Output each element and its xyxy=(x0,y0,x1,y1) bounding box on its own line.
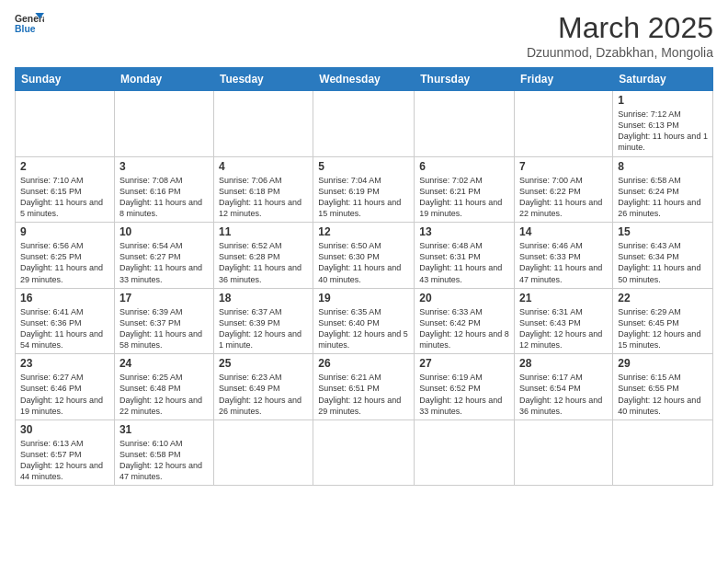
table-row: 15Sunrise: 6:43 AM Sunset: 6:34 PM Dayli… xyxy=(613,223,713,289)
table-row: 5Sunrise: 7:04 AM Sunset: 6:19 PM Daylig… xyxy=(313,156,415,223)
day-info: Sunrise: 6:23 AM Sunset: 6:49 PM Dayligh… xyxy=(219,372,308,417)
header-monday: Monday xyxy=(114,68,213,91)
day-info: Sunrise: 6:39 AM Sunset: 6:37 PM Dayligh… xyxy=(119,306,209,351)
day-info: Sunrise: 6:10 AM Sunset: 6:58 PM Dayligh… xyxy=(119,438,209,483)
table-row xyxy=(213,419,313,486)
table-row xyxy=(515,91,613,157)
day-number: 4 xyxy=(219,160,308,173)
table-row xyxy=(114,91,213,157)
table-row: 12Sunrise: 6:50 AM Sunset: 6:30 PM Dayli… xyxy=(313,223,415,289)
table-row: 22Sunrise: 6:29 AM Sunset: 6:45 PM Dayli… xyxy=(613,288,713,354)
day-info: Sunrise: 6:50 AM Sunset: 6:30 PM Dayligh… xyxy=(318,240,409,285)
table-row: 6Sunrise: 7:02 AM Sunset: 6:21 PM Daylig… xyxy=(415,156,515,223)
day-number: 9 xyxy=(20,225,109,238)
calendar-week-row: 16Sunrise: 6:41 AM Sunset: 6:36 PM Dayli… xyxy=(16,288,713,354)
day-number: 12 xyxy=(318,225,409,238)
table-row xyxy=(515,419,613,486)
header-sunday: Sunday xyxy=(16,68,115,91)
day-number: 22 xyxy=(618,292,708,304)
day-number: 27 xyxy=(419,357,509,370)
calendar-header-row: Sunday Monday Tuesday Wednesday Thursday… xyxy=(16,68,713,91)
day-number: 6 xyxy=(419,160,509,173)
generalblue-logo-icon: General Blue xyxy=(15,11,44,37)
table-row: 19Sunrise: 6:35 AM Sunset: 6:40 PM Dayli… xyxy=(313,288,415,354)
day-info: Sunrise: 6:25 AM Sunset: 6:48 PM Dayligh… xyxy=(119,372,209,417)
day-info: Sunrise: 6:21 AM Sunset: 6:51 PM Dayligh… xyxy=(318,372,409,417)
day-number: 21 xyxy=(519,292,608,304)
day-info: Sunrise: 7:00 AM Sunset: 6:22 PM Dayligh… xyxy=(519,175,608,220)
table-row: 17Sunrise: 6:39 AM Sunset: 6:37 PM Dayli… xyxy=(114,288,213,354)
subtitle: Dzuunmod, Dzabkhan, Mongolia xyxy=(527,45,713,60)
table-row: 30Sunrise: 6:13 AM Sunset: 6:57 PM Dayli… xyxy=(16,419,115,486)
day-info: Sunrise: 6:15 AM Sunset: 6:55 PM Dayligh… xyxy=(618,372,708,417)
day-info: Sunrise: 6:19 AM Sunset: 6:52 PM Dayligh… xyxy=(419,372,509,417)
table-row: 13Sunrise: 6:48 AM Sunset: 6:31 PM Dayli… xyxy=(415,223,515,289)
day-info: Sunrise: 6:27 AM Sunset: 6:46 PM Dayligh… xyxy=(20,372,109,417)
day-info: Sunrise: 6:17 AM Sunset: 6:54 PM Dayligh… xyxy=(519,372,608,417)
table-row: 4Sunrise: 7:06 AM Sunset: 6:18 PM Daylig… xyxy=(213,156,313,223)
table-row: 7Sunrise: 7:00 AM Sunset: 6:22 PM Daylig… xyxy=(515,156,613,223)
day-info: Sunrise: 7:12 AM Sunset: 6:13 PM Dayligh… xyxy=(618,109,708,154)
day-number: 28 xyxy=(519,357,608,370)
day-number: 17 xyxy=(119,292,209,304)
day-info: Sunrise: 7:06 AM Sunset: 6:18 PM Dayligh… xyxy=(219,175,308,220)
table-row xyxy=(213,91,313,157)
day-number: 25 xyxy=(219,357,308,370)
day-info: Sunrise: 6:48 AM Sunset: 6:31 PM Dayligh… xyxy=(419,240,509,285)
header-friday: Friday xyxy=(515,68,613,91)
header-thursday: Thursday xyxy=(415,68,515,91)
day-number: 30 xyxy=(20,423,109,436)
day-number: 8 xyxy=(618,160,708,173)
day-info: Sunrise: 6:52 AM Sunset: 6:28 PM Dayligh… xyxy=(219,240,308,285)
day-number: 7 xyxy=(519,160,608,173)
day-info: Sunrise: 6:33 AM Sunset: 6:42 PM Dayligh… xyxy=(419,306,509,351)
table-row: 1Sunrise: 7:12 AM Sunset: 6:13 PM Daylig… xyxy=(613,91,713,157)
table-row: 21Sunrise: 6:31 AM Sunset: 6:43 PM Dayli… xyxy=(515,288,613,354)
day-number: 13 xyxy=(419,225,509,238)
day-number: 24 xyxy=(119,357,209,370)
table-row xyxy=(415,91,515,157)
day-number: 10 xyxy=(119,225,209,238)
table-row: 8Sunrise: 6:58 AM Sunset: 6:24 PM Daylig… xyxy=(613,156,713,223)
header: General Blue March 2025 Dzuunmod, Dzabkh… xyxy=(15,11,713,60)
day-number: 2 xyxy=(20,160,109,173)
day-number: 26 xyxy=(318,357,409,370)
day-number: 1 xyxy=(618,94,708,107)
title-block: March 2025 Dzuunmod, Dzabkhan, Mongolia xyxy=(527,11,713,60)
table-row: 20Sunrise: 6:33 AM Sunset: 6:42 PM Dayli… xyxy=(415,288,515,354)
table-row: 11Sunrise: 6:52 AM Sunset: 6:28 PM Dayli… xyxy=(213,223,313,289)
table-row: 18Sunrise: 6:37 AM Sunset: 6:39 PM Dayli… xyxy=(213,288,313,354)
day-info: Sunrise: 7:02 AM Sunset: 6:21 PM Dayligh… xyxy=(419,175,509,220)
day-info: Sunrise: 6:29 AM Sunset: 6:45 PM Dayligh… xyxy=(618,306,708,351)
day-info: Sunrise: 7:10 AM Sunset: 6:15 PM Dayligh… xyxy=(20,175,109,220)
table-row: 27Sunrise: 6:19 AM Sunset: 6:52 PM Dayli… xyxy=(415,354,515,420)
day-info: Sunrise: 6:56 AM Sunset: 6:25 PM Dayligh… xyxy=(20,240,109,285)
calendar-week-row: 9Sunrise: 6:56 AM Sunset: 6:25 PM Daylig… xyxy=(16,223,713,289)
table-row: 16Sunrise: 6:41 AM Sunset: 6:36 PM Dayli… xyxy=(16,288,115,354)
main-title: March 2025 xyxy=(527,11,713,45)
table-row xyxy=(16,91,115,157)
day-info: Sunrise: 6:41 AM Sunset: 6:36 PM Dayligh… xyxy=(20,306,109,351)
day-info: Sunrise: 6:13 AM Sunset: 6:57 PM Dayligh… xyxy=(20,438,109,483)
header-tuesday: Tuesday xyxy=(213,68,313,91)
table-row: 23Sunrise: 6:27 AM Sunset: 6:46 PM Dayli… xyxy=(16,354,115,420)
day-number: 14 xyxy=(519,225,608,238)
calendar-table: Sunday Monday Tuesday Wednesday Thursday… xyxy=(15,67,713,486)
table-row: 14Sunrise: 6:46 AM Sunset: 6:33 PM Dayli… xyxy=(515,223,613,289)
table-row: 2Sunrise: 7:10 AM Sunset: 6:15 PM Daylig… xyxy=(16,156,115,223)
table-row: 25Sunrise: 6:23 AM Sunset: 6:49 PM Dayli… xyxy=(213,354,313,420)
day-number: 18 xyxy=(219,292,308,304)
day-info: Sunrise: 6:54 AM Sunset: 6:27 PM Dayligh… xyxy=(119,240,209,285)
header-wednesday: Wednesday xyxy=(313,68,415,91)
table-row: 10Sunrise: 6:54 AM Sunset: 6:27 PM Dayli… xyxy=(114,223,213,289)
calendar-week-row: 2Sunrise: 7:10 AM Sunset: 6:15 PM Daylig… xyxy=(16,156,713,223)
table-row xyxy=(313,91,415,157)
day-number: 5 xyxy=(318,160,409,173)
table-row: 26Sunrise: 6:21 AM Sunset: 6:51 PM Dayli… xyxy=(313,354,415,420)
day-number: 11 xyxy=(219,225,308,238)
table-row: 29Sunrise: 6:15 AM Sunset: 6:55 PM Dayli… xyxy=(613,354,713,420)
calendar-week-row: 23Sunrise: 6:27 AM Sunset: 6:46 PM Dayli… xyxy=(16,354,713,420)
day-number: 31 xyxy=(119,423,209,436)
day-info: Sunrise: 6:31 AM Sunset: 6:43 PM Dayligh… xyxy=(519,306,608,351)
table-row: 31Sunrise: 6:10 AM Sunset: 6:58 PM Dayli… xyxy=(114,419,213,486)
